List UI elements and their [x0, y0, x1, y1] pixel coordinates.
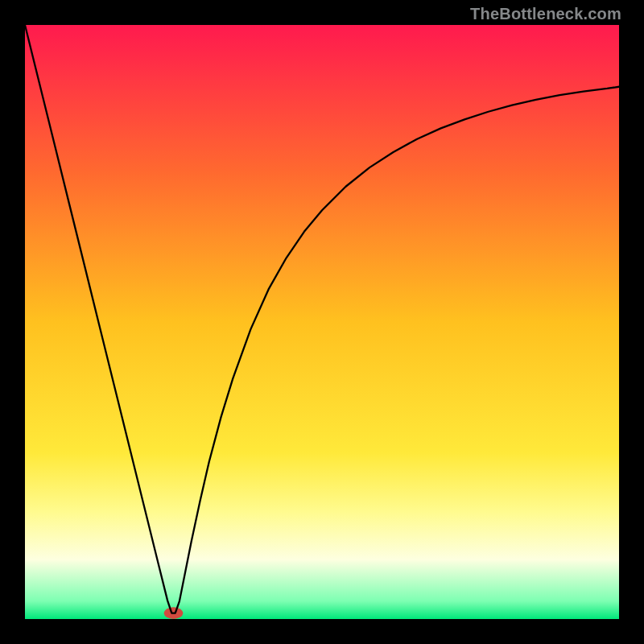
plot-area: [25, 25, 619, 619]
chart-frame: TheBottleneck.com: [0, 0, 644, 644]
gradient-background: [25, 25, 619, 619]
chart-svg: [25, 25, 619, 619]
watermark-text: TheBottleneck.com: [470, 5, 621, 23]
